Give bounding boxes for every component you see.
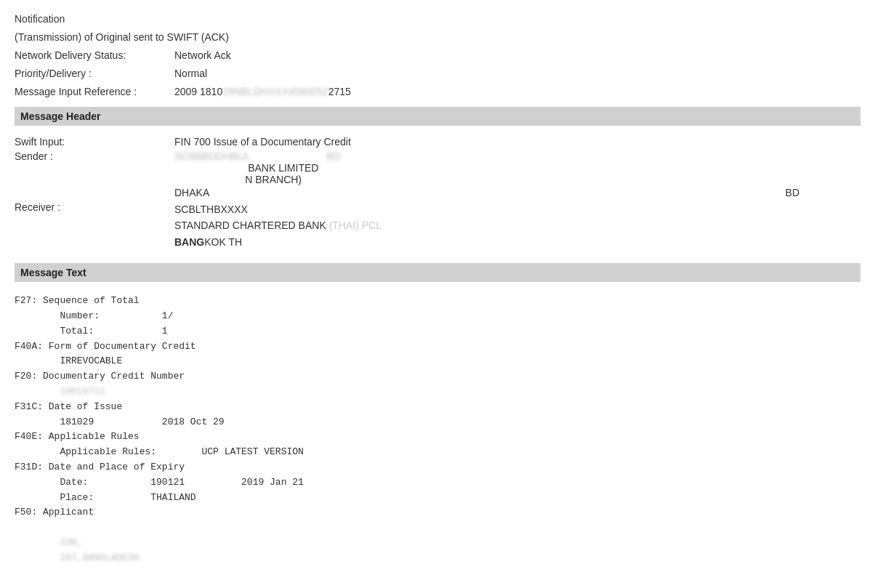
message-text-section-header: Message Text [15, 263, 860, 282]
receiver-block: Receiver : SCBLTHBXXXX STANDARD CHARTERE… [15, 201, 860, 250]
sender-details: SCBBBDDHBUL BD BANK LIMITED N BRANCH) [174, 150, 799, 198]
sender-branch: N BRANCH) [245, 174, 302, 185]
receiver-bank-part1: STANDARD CHARTERED BANK [174, 220, 326, 231]
receiver-bank-line: STANDARD CHARTERED BANK (THAI) PCL [174, 217, 382, 233]
sender-blurred-bd: BD [327, 150, 341, 162]
message-body: F27: Sequence of Total Number: 1/ Total:… [15, 288, 860, 571]
receiver-details: SCBLTHBXXXX STANDARD CHARTERED BANK (THA… [174, 201, 382, 250]
message-input-ref-value: 2009 181029NBLDHXXX45600522715 [174, 84, 351, 100]
sender-blurred-line1: SCBBBDDHBUL [174, 150, 324, 162]
applicant-blurred2: IAT,BANGLADESH [60, 551, 139, 566]
receiver-label: Receiver : [15, 201, 174, 250]
ref-visible-end: 2715 [328, 86, 351, 97]
sender-blurred-branch-prefix [174, 174, 242, 185]
receiver-bank: STANDARD CHARTERED BANK (THAI) PCL [174, 220, 382, 231]
page-container: Notification (Transmission) of Original … [0, 0, 875, 584]
sender-dhaka: DHAKA [174, 187, 209, 198]
sender-dhaka-row: DHAKA BD [174, 187, 799, 198]
sender-line3: N BRANCH) [174, 174, 799, 185]
ref-blurred: 29NBLDHXXX4560052 [222, 84, 328, 100]
receiver-bic: SCBLTHBXXXX [174, 204, 248, 215]
network-delivery-label: Network Delivery Status: [15, 48, 174, 63]
notification-title: Notification [15, 12, 65, 27]
sender-bank-limited: BANK LIMITED [248, 162, 318, 174]
applicant-blurred1: ION, [60, 536, 82, 551]
swift-input-value: FIN 700 Issue of a Documentary Credit [174, 136, 351, 148]
message-text-content: F27: Sequence of Total Number: 1/ Total:… [15, 288, 860, 571]
sender-country: BD [786, 187, 799, 198]
sender-line2: BANK LIMITED [174, 162, 799, 174]
receiver-city-line: BANGKOK TH [174, 234, 382, 250]
receiver-city-bold: BANG [174, 236, 204, 248]
notification-subtitle-row: (Transmission) of Original sent to SWIFT… [15, 30, 860, 45]
priority-value: Normal [174, 66, 207, 81]
network-delivery-value: Network Ack [174, 48, 231, 63]
message-header-section-header: Message Header [15, 107, 860, 126]
swift-input-row: Swift Input: FIN 700 Issue of a Document… [15, 136, 860, 148]
receiver-bic-line: SCBLTHBXXXX [174, 201, 382, 217]
message-input-ref-row: Message Input Reference : 2009 181029NBL… [15, 84, 860, 100]
ref-visible-start: 2009 1810 [174, 86, 222, 97]
sender-line1: SCBBBDDHBUL BD [174, 150, 799, 162]
notification-title-row: Notification [15, 12, 860, 27]
notification-section: Notification (Transmission) of Original … [15, 12, 860, 100]
notification-subtitle: (Transmission) of Original sent to SWIFT… [15, 30, 229, 45]
message-input-ref-label: Message Input Reference : [15, 84, 174, 100]
receiver-bank-blurred: (THAI) PCL [329, 220, 382, 231]
priority-label: Priority/Delivery : [15, 66, 174, 81]
network-delivery-row: Network Delivery Status: Network Ack [15, 48, 860, 63]
message-header-content: Swift Input: FIN 700 Issue of a Document… [15, 130, 860, 256]
sender-block: Sender : SCBBBDDHBUL BD BANK LIMITED [15, 150, 860, 198]
sender-label: Sender : [15, 150, 174, 198]
credit-number-blurred: 10010712 [60, 384, 105, 400]
priority-row: Priority/Delivery : Normal [15, 66, 860, 81]
receiver-city-rest: KOK TH [204, 236, 242, 248]
sender-blurred-prefix2 [174, 162, 245, 174]
swift-input-label: Swift Input: [15, 136, 174, 148]
